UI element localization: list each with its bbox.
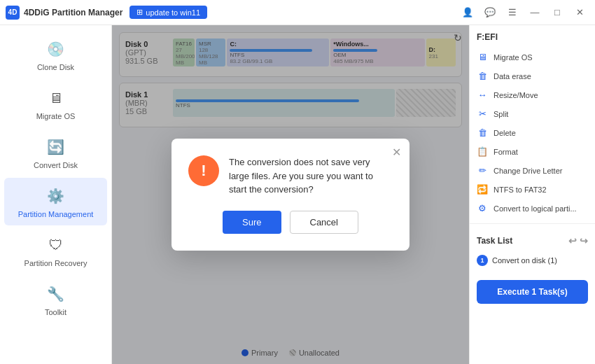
task-list-title: Task List [477,236,512,246]
update-button[interactable]: ⊞ update to win11 [130,6,207,19]
sidebar-label-clone-disk: Clone Disk [37,63,74,71]
modal-body: ! The conversion does not save very larg… [188,155,393,197]
sidebar: 💿 Clone Disk 🖥 Migrate OS 🔄 Convert Disk… [0,25,112,364]
convert-disk-icon: 🔄 [45,136,67,158]
partition-recovery-icon: 🛡 [45,234,67,256]
user-icon[interactable]: 👤 [458,4,477,21]
warning-icon: ! [188,155,219,186]
convert-logical-label: Convert to logical parti... [493,204,577,213]
task-text-1: Convert on disk (1) [492,256,557,265]
right-panel-title: F:EFI [470,32,595,42]
sidebar-label-partition-management: Partition Management [18,210,94,218]
sidebar-item-migrate-os[interactable]: 🖥 Migrate OS [4,80,107,127]
right-panel-migrate-os[interactable]: 🖥 Migrate OS [470,48,595,66]
delete-icon: 🗑 [477,127,488,138]
sidebar-item-clone-disk[interactable]: 💿 Clone Disk [4,31,107,78]
sidebar-item-partition-management[interactable]: ⚙️ Partition Management [4,178,107,225]
split-label: Split [493,110,508,118]
migrate-os-icon: 🖥 [45,87,67,109]
right-panel-divider [470,223,595,224]
close-button[interactable]: ✕ [570,4,589,21]
sidebar-item-toolkit[interactable]: 🔧 Toolkit [4,276,107,323]
sidebar-label-partition-recovery: Partition Recovery [24,259,88,267]
resize-icon: ↔ [477,90,488,100]
ntfs-fat32-icon: 🔁 [477,184,488,195]
minimize-button[interactable]: — [525,4,545,21]
sidebar-label-migrate-os: Migrate OS [36,112,76,120]
toolkit-icon: 🔧 [45,283,67,305]
redo-button[interactable]: ↪ [580,235,588,246]
modal-dialog: ✕ ! The conversion does not save very la… [172,139,410,251]
change-letter-label: Change Drive Letter [493,167,562,175]
task-item-1: 1 Convert on disk (1) [477,252,588,269]
resize-label: Resize/Move [493,91,538,99]
sidebar-item-partition-recovery[interactable]: 🛡 Partition Recovery [4,227,107,274]
right-panel-convert-logical[interactable]: ⚙ Convert to logical parti... [470,199,595,218]
right-panel: F:EFI 🖥 Migrate OS 🗑 Data erase ↔ Resize… [469,25,595,364]
right-panel-format[interactable]: 📋 Format [470,142,595,161]
right-panel-data-erase[interactable]: 🗑 Data erase [470,66,595,85]
right-panel-resize[interactable]: ↔ Resize/Move [470,85,595,104]
windows-icon: ⊞ [136,8,143,17]
execute-button[interactable]: Execute 1 Task(s) [477,280,588,304]
partition-management-icon: ⚙️ [45,185,67,207]
data-erase-icon: 🗑 [477,71,488,81]
right-panel-change-letter[interactable]: ✏ Change Drive Letter [470,161,595,180]
migrate-os-panel-icon: 🖥 [477,52,488,62]
delete-label: Delete [493,129,516,137]
main-content: ↻ Disk 0 (GPT) 931.5 GB *EFI FAT16 27 MB… [112,25,469,364]
chat-icon[interactable]: 💬 [480,4,500,21]
ntfs-fat32-label: NTFS to FAT32 [493,186,547,194]
task-num-1: 1 [477,255,488,266]
format-icon: 📋 [477,146,488,157]
app-icon: 4D [6,6,20,20]
modal-message: The conversion does not save very large … [229,155,393,197]
sidebar-label-toolkit: Toolkit [45,308,66,316]
modal-close-button[interactable]: ✕ [392,146,401,159]
right-panel-split[interactable]: ✂ Split [470,104,595,123]
menu-icon[interactable]: ☰ [503,4,522,21]
titlebar: 4D 4DDiG Partition Manager ⊞ update to w… [0,0,595,25]
cancel-button[interactable]: Cancel [290,211,358,234]
data-erase-label: Data erase [493,72,531,80]
migrate-os-panel-label: Migrate OS [493,53,533,62]
convert-logical-icon: ⚙ [477,203,488,214]
task-list-arrows: ↩ ↪ [568,235,588,246]
change-letter-icon: ✏ [477,165,488,176]
app-logo: 4D 4DDiG Partition Manager [6,6,122,20]
window-controls: 👤 💬 ☰ — □ ✕ [458,4,589,21]
right-panel-delete[interactable]: 🗑 Delete [470,123,595,142]
modal-buttons: Sure Cancel [188,211,393,234]
sure-button[interactable]: Sure [223,211,281,234]
sidebar-label-convert-disk: Convert Disk [34,161,78,169]
sidebar-item-convert-disk[interactable]: 🔄 Convert Disk [4,129,107,176]
task-list: Task List ↩ ↪ 1 Convert on disk (1) [470,230,595,274]
task-list-header: Task List ↩ ↪ [477,235,588,246]
clone-disk-icon: 💿 [45,38,67,60]
right-panel-ntfs-fat32[interactable]: 🔁 NTFS to FAT32 [470,180,595,199]
modal-overlay: ✕ ! The conversion does not save very la… [112,25,469,364]
app-body: 💿 Clone Disk 🖥 Migrate OS 🔄 Convert Disk… [0,25,595,364]
undo-button[interactable]: ↩ [568,235,577,246]
app-title: 4DDiG Partition Manager [24,8,122,18]
maximize-button[interactable]: □ [547,4,567,21]
split-icon: ✂ [477,108,488,119]
format-label: Format [493,148,518,156]
